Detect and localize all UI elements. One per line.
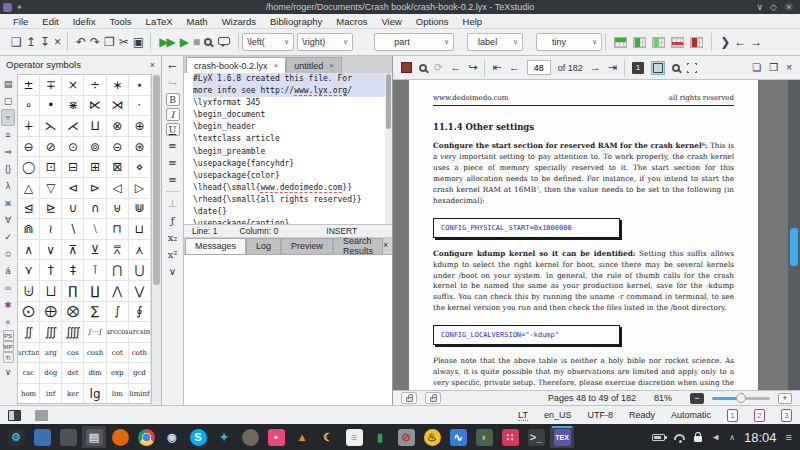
pdf-zoom-icon[interactable] [672,64,680,72]
volume-icon[interactable]: ◄ [711,432,720,442]
taskbar-music-app-icon[interactable]: ∷ [498,426,522,448]
superscript-icon[interactable]: x² [165,247,181,262]
battery-icon[interactable] [652,434,665,441]
delimiter-symbols-icon[interactable]: {} [1,160,15,177]
bookmark-badge-3[interactable]: 3 [781,409,792,422]
symbol-cell[interactable]: det [62,363,84,384]
redo-icon[interactable]: ↷ [90,36,98,48]
hamburger-menu-icon[interactable]: ≡ [786,431,792,443]
symbol-cell[interactable]: ⊓ [107,219,129,240]
lock-icon[interactable] [694,436,702,442]
symbol-cell[interactable]: ∧ [18,240,40,261]
symbol-cell[interactable]: ∬ [18,322,40,343]
table-remove-column-icon[interactable] [690,37,703,48]
symbol-cell[interactable]: ∏ [62,281,84,302]
taskbar-chrome-icon[interactable] [134,426,158,448]
special-symbols-icon[interactable]: ✱ [1,296,15,313]
symbol-cell[interactable]: arg [40,343,62,364]
tab-close-icon[interactable]: × [274,61,279,70]
symbol-cell[interactable]: • [40,96,62,117]
symbol-cell[interactable]: arcsin [129,322,151,343]
menu-macros[interactable]: Macros [329,16,374,27]
font-size-dropdown[interactable]: tiny∨ [536,33,602,51]
symbol-cell[interactable]: ∓ [40,75,62,96]
lock-zoom-icon[interactable] [401,392,417,404]
symbol-cell[interactable]: lim [107,384,129,404]
lock-layout-icon[interactable] [425,392,441,404]
symbol-cell[interactable]: ⩞ [107,240,129,261]
new-icon[interactable]: ❑ [11,36,20,48]
bottom-tab-messages[interactable]: Messages [185,238,246,254]
close-viewer-icon[interactable]: × [786,62,792,73]
symbol-cell[interactable]: ⋀ [107,281,129,302]
taskbar-steam-icon[interactable]: ◉ [160,426,184,448]
symbol-cell[interactable]: ⨂ [62,302,84,323]
fullscreen-icon[interactable] [687,63,697,73]
symbol-cell[interactable]: ∭ [40,322,62,343]
symbol-cell[interactable]: ∫ [107,302,129,323]
quote-symbols-icon[interactable]: « [1,313,15,330]
windowed-viewer-icon[interactable]: ❐ [769,62,778,73]
tikz-icon[interactable]: Ti [3,352,14,363]
symbol-cell[interactable]: ⋅ [129,96,151,117]
toggle-bottom-panel-icon[interactable] [35,410,48,421]
pdf-content-area[interactable]: www.dedoimedo.com all rights reserved 11… [393,80,800,390]
detach-viewer-icon[interactable]: ❏ [752,62,761,73]
editor-scrollbar[interactable] [385,73,392,224]
next-page-icon[interactable]: → [590,62,601,73]
italic-icon[interactable]: I [166,108,180,121]
symbol-cell[interactable]: ⊞ [84,157,106,178]
symbol-cell[interactable]: ∮ [129,302,151,323]
taskbar-texstudio-icon[interactable]: TEX [550,426,574,448]
save-icon[interactable]: ↧ [40,36,48,48]
symbol-cell[interactable]: ∪ [62,199,84,220]
close-icon[interactable]: × [54,36,59,48]
symbol-cell[interactable]: ⋓ [129,199,151,220]
find-icon[interactable] [204,38,212,46]
editor-tab[interactable]: untitled× [286,57,342,73]
bookmark-badge-2[interactable]: 2 [754,409,765,422]
symbol-cell[interactable]: exp [107,363,129,384]
first-page-icon[interactable]: ⇤ [492,62,501,73]
relation-symbols-icon[interactable]: ≡ [1,126,15,143]
symbol-cell[interactable]: ⊕ [129,116,151,137]
build-and-view-icon[interactable]: ▶▶ [159,36,173,48]
symbol-cell[interactable]: ⊖ [18,137,40,158]
menu-help[interactable]: Help [456,16,490,27]
tray-expand-icon[interactable]: ∧ [729,433,735,442]
symbol-cell[interactable]: deg [40,363,62,384]
symbol-cell[interactable]: ⊘ [40,137,62,158]
pdf-back-icon[interactable]: ← [450,62,461,73]
stop-icon[interactable]: ■ [193,36,198,48]
symbol-cell[interactable]: ker [62,384,84,404]
wifi-icon[interactable] [674,434,685,440]
symbol-cell[interactable]: ⊡ [40,157,62,178]
taskbar-banana-app-icon[interactable]: ☾ [316,426,340,448]
single-page-icon[interactable]: 1 [632,62,644,74]
clock[interactable]: 18:04 [744,430,777,445]
bottom-tab-log[interactable]: Log [246,238,281,254]
symbol-cell[interactable]: csc [18,363,40,384]
symbol-cell[interactable]: hom [18,384,40,404]
symbol-cell[interactable]: arctan [18,343,40,364]
right-delimiter-dropdown[interactable]: \right)∨ [297,33,353,51]
symbol-cell[interactable]: ⊴ [18,199,40,220]
misc-symbols-icon[interactable]: ✓ [1,228,15,245]
symbol-cell[interactable]: △ [18,178,40,199]
symbol-cell[interactable]: ⊻ [84,240,106,261]
block-cursor-icon[interactable] [401,62,412,73]
comment-icon[interactable] [218,37,230,45]
symbol-cell[interactable]: ⋒ [18,219,40,240]
symbol-cell[interactable]: ▷ [129,178,151,199]
symbol-cell[interactable]: ∔ [18,116,40,137]
bold-icon[interactable]: B [166,93,180,106]
symbol-cell[interactable]: ◁ [107,178,129,199]
taskbar-edit-disabled-app-icon[interactable]: ⊘ [394,426,418,448]
menu-bibliography[interactable]: Bibliography [263,16,329,27]
symbol-cell[interactable]: gcd [129,363,151,384]
symbol-cell[interactable]: ∘ [18,96,40,117]
align-left-icon[interactable]: ≡ [165,138,181,153]
panel-close-icon[interactable]: × [150,60,155,70]
symbol-cell[interactable]: ⋊ [107,96,129,117]
taskbar-pink-media-app-icon[interactable]: • [264,426,288,448]
